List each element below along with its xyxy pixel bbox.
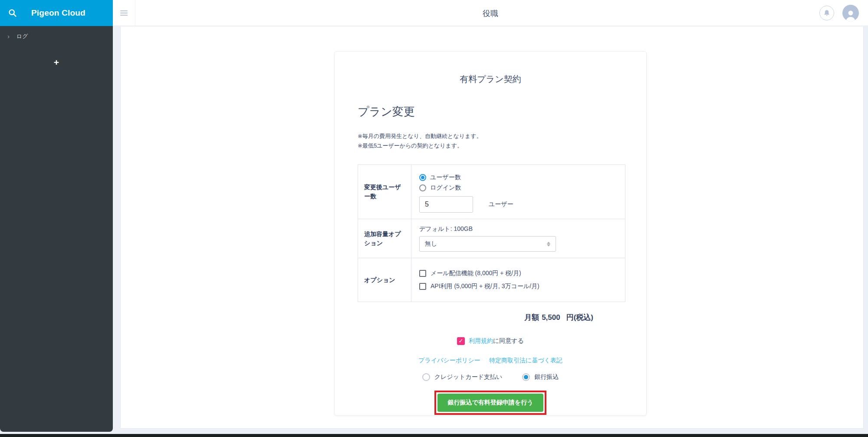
radio-unselected-icon[interactable] [419, 184, 426, 191]
option-mail-checkbox[interactable]: メール配信機能 (8,000円 + 税/月) [419, 269, 617, 277]
plan-notes: ※毎月の費用発生となり、自動継続となります。 ※最低5ユーザーからの契約となりま… [358, 131, 623, 151]
checkbox-unchecked-icon[interactable] [419, 270, 426, 277]
table-row-storage: 追加容量オプション デフォルト: 100GB 無し [358, 219, 625, 258]
row-label: 追加容量オプション [358, 219, 411, 258]
user-count-input[interactable] [419, 196, 473, 213]
terms-checkbox-checked-icon[interactable]: ✓ [457, 337, 465, 345]
chevron-right-icon: › [7, 34, 10, 39]
brand-name: Pigeon Cloud [31, 8, 85, 18]
payment-method-group: クレジットカード支払い 銀行振込 [335, 373, 646, 381]
sidebar: › ログ + [0, 26, 113, 432]
radio-selected-icon[interactable] [419, 174, 426, 181]
storage-default-note: デフォルト: 100GB [419, 225, 617, 233]
brand-header[interactable]: Pigeon Cloud [0, 0, 113, 26]
payment-bank-transfer-radio[interactable]: 銀行振込 [522, 373, 559, 381]
option-api-checkbox[interactable]: API利用 (5,000円 + 税/月, 3万コール/月) [419, 283, 617, 290]
monthly-price: 月額5,500円(税込) [335, 312, 646, 322]
table-row-user-count: 変更後ユーザー数 ユーザー数 ログイン数 ユーザー [358, 165, 625, 219]
user-count-suffix: ユーザー [489, 200, 513, 208]
payment-credit-card-radio[interactable]: クレジットカード支払い [422, 373, 503, 381]
plan-options-table: 変更後ユーザー数 ユーザー数 ログイン数 ユーザー [358, 164, 625, 302]
annotation-highlight-box: 銀行振込で有料登録申請を行う [434, 391, 547, 415]
select-arrows-icon [547, 242, 550, 246]
row-label: オプション [358, 258, 411, 302]
table-row-options: オプション メール配信機能 (8,000円 + 税/月) API利用 (5,00… [358, 258, 625, 302]
bottom-edge-bar [0, 434, 868, 437]
sidebar-add-button[interactable]: + [0, 57, 113, 68]
page-title: 役職 [113, 8, 868, 19]
privacy-policy-link[interactable]: プライバシーポリシー [418, 357, 480, 364]
commerce-law-link[interactable]: 特定商取引法に基づく表記 [489, 357, 562, 364]
sidebar-item-label: ログ [16, 33, 28, 40]
search-icon[interactable] [0, 9, 25, 17]
terms-link[interactable]: 利用規約 [469, 337, 493, 345]
radio-unselected-icon[interactable] [422, 373, 430, 381]
notification-bell-icon[interactable] [819, 6, 834, 20]
storage-select[interactable]: 無し [419, 236, 556, 252]
plan-note-line: ※毎月の費用発生となり、自動継続となります。 [358, 131, 623, 141]
bank-transfer-submit-button[interactable]: 銀行振込で有料登録申請を行う [437, 394, 544, 412]
user-avatar[interactable] [842, 5, 859, 21]
card-title: 有料プラン契約 [335, 73, 646, 85]
plan-card: 有料プラン契約 プラン変更 ※毎月の費用発生となり、自動継続となります。 ※最低… [334, 51, 647, 416]
radio-selected-icon[interactable] [522, 373, 530, 381]
app-page: Pigeon Cloud 役職 › ログ + 有料プラン契約 [0, 0, 868, 437]
radio-login-count[interactable]: ログイン数 [419, 184, 617, 192]
plan-change-heading: プラン変更 [358, 104, 625, 119]
row-label: 変更後ユーザー数 [358, 165, 411, 219]
sidebar-item-log[interactable]: › ログ [0, 26, 113, 47]
policy-links: プライバシーポリシー 特定商取引法に基づく表記 [335, 356, 646, 365]
plan-note-line: ※最低5ユーザーからの契約となります。 [358, 141, 623, 151]
terms-agreement: ✓ 利用規約 に同意する [335, 337, 646, 345]
checkbox-unchecked-icon[interactable] [419, 283, 426, 290]
radio-user-count[interactable]: ユーザー数 [419, 174, 617, 181]
top-bar: 役職 [113, 0, 868, 26]
